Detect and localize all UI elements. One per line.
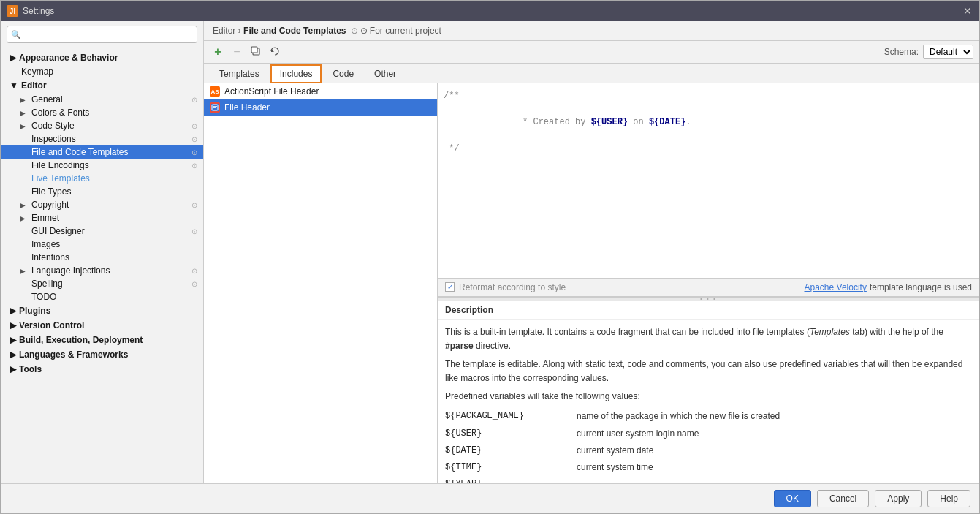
help-button[interactable]: Help — [927, 490, 970, 507]
inspections-badge: ⊙ — [191, 135, 197, 143]
file-header-icon — [210, 102, 220, 113]
code-line-1: /** — [444, 89, 973, 102]
sidebar-item-file-code-templates[interactable]: File and Code Templates ⊙ — [1, 145, 203, 159]
file-code-badge: ⊙ — [191, 148, 197, 156]
sidebar-item-appearance[interactable]: ▶ Appearance & Behavior — [1, 50, 203, 65]
tab-includes[interactable]: Includes — [270, 64, 322, 83]
apache-velocity-link[interactable]: Apache Velocity — [805, 282, 867, 292]
sidebar-item-plugins[interactable]: ▶ Plugins — [1, 303, 203, 318]
copy-icon — [251, 46, 261, 58]
sidebar-item-version-control[interactable]: ▶ Version Control — [1, 318, 203, 333]
spelling-badge: ⊙ — [191, 280, 197, 288]
expand-arrow-copyright: ▶ — [20, 201, 29, 209]
sidebar-item-images[interactable]: Images — [1, 238, 203, 251]
footer: OK Cancel Apply Help — [1, 483, 979, 513]
template-item-actionscript[interactable]: AS ActionScript File Header — [204, 83, 437, 99]
var-desc-user: current user system login name — [577, 427, 699, 441]
var-name-package: ${PACKAGE_NAME} — [445, 409, 562, 423]
sidebar-item-intentions[interactable]: Intentions — [1, 251, 203, 264]
schema-label: Schema: — [884, 47, 919, 57]
expand-arrow-languages: ▶ — [10, 349, 16, 360]
svg-rect-1 — [251, 47, 257, 53]
tab-templates[interactable]: Templates — [210, 64, 269, 83]
code-line-3: */ — [444, 142, 973, 155]
copy-template-button[interactable] — [248, 44, 264, 60]
expand-arrow-lang: ▶ — [20, 267, 29, 275]
breadcrumb: Editor › File and Code Templates — [213, 26, 346, 36]
svg-rect-3 — [212, 105, 218, 110]
toolbar-left: + − — [210, 44, 283, 60]
var-desc-year: ... — [577, 477, 584, 483]
sidebar-item-file-encodings[interactable]: File Encodings ⊙ — [1, 159, 203, 172]
ok-button[interactable]: OK — [774, 490, 811, 507]
description-header: Description — [438, 301, 979, 320]
expand-arrow-code-style: ▶ — [20, 122, 29, 130]
sidebar-item-inspections[interactable]: Inspections ⊙ — [1, 132, 203, 145]
main-content: 🔍 ▶ Appearance & Behavior Keymap ▼ Edito… — [1, 21, 979, 483]
actionscript-icon: AS — [210, 86, 220, 97]
sidebar-item-build[interactable]: ▶ Build, Execution, Deployment — [1, 333, 203, 347]
sidebar-item-language-injections[interactable]: ▶ Language Injections ⊙ — [1, 264, 203, 277]
sidebar-item-colors-fonts[interactable]: ▶ Colors & Fonts — [1, 106, 203, 119]
nav-tree: ▶ Appearance & Behavior Keymap ▼ Editor … — [1, 48, 203, 483]
toolbar-right: Schema: Default — [884, 45, 973, 59]
sidebar-item-file-types[interactable]: File Types — [1, 185, 203, 198]
title-bar: JI Settings ✕ — [1, 1, 979, 21]
expand-arrow-colors: ▶ — [20, 109, 29, 117]
tabs-bar: Templates Includes Code Other — [204, 64, 979, 83]
sidebar-item-spelling[interactable]: Spelling ⊙ — [1, 277, 203, 290]
var-row-year: ${YEAR} ... — [445, 477, 972, 483]
tab-other[interactable]: Other — [365, 64, 406, 83]
sidebar: 🔍 ▶ Appearance & Behavior Keymap ▼ Edito… — [1, 21, 204, 483]
description-content: This is a built-in template. It contains… — [438, 320, 979, 484]
sidebar-item-todo[interactable]: TODO — [1, 290, 203, 303]
description-panel: Description This is a built-in template.… — [438, 301, 979, 484]
templates-list: AS ActionScript File Header — [204, 83, 438, 483]
code-editor[interactable]: /** * Created by ${USER} on ${DATE}. */ — [438, 83, 979, 279]
var-row-date: ${DATE} current system date — [445, 444, 972, 458]
sidebar-item-tools[interactable]: ▶ Tools — [1, 362, 203, 377]
lang-inj-badge: ⊙ — [191, 267, 197, 275]
search-icon: 🔍 — [11, 30, 21, 39]
reset-template-button[interactable] — [267, 44, 283, 60]
expand-arrow-emmet: ▶ — [20, 214, 29, 222]
close-button[interactable]: ✕ — [962, 5, 973, 17]
cancel-button[interactable]: Cancel — [817, 490, 869, 507]
add-template-button[interactable]: + — [210, 44, 226, 60]
sidebar-item-general[interactable]: ▶ General ⊙ — [1, 93, 203, 106]
title-bar-left: JI Settings — [7, 5, 54, 17]
var-name-year: ${YEAR} — [445, 477, 562, 483]
sidebar-item-code-style[interactable]: ▶ Code Style ⊙ — [1, 119, 203, 132]
plus-icon: + — [214, 45, 221, 58]
panel-body: AS ActionScript File Header — [204, 83, 979, 483]
search-input[interactable] — [7, 26, 197, 43]
desc-line-1: This is a built-in template. It contains… — [445, 325, 972, 353]
sidebar-item-editor[interactable]: ▼ Editor — [1, 78, 203, 93]
apply-button[interactable]: Apply — [875, 490, 922, 507]
sidebar-item-copyright[interactable]: ▶ Copyright ⊙ — [1, 198, 203, 211]
var-row-time: ${TIME} current system time — [445, 461, 972, 475]
expand-arrow-vc: ▶ — [10, 320, 16, 330]
sidebar-item-live-templates[interactable]: Live Templates — [1, 172, 203, 185]
sidebar-item-emmet[interactable]: ▶ Emmet — [1, 211, 203, 224]
var-desc-package: name of the package in which the new fil… — [577, 409, 780, 423]
sidebar-item-gui-designer[interactable]: GUI Designer ⊙ — [1, 224, 203, 238]
velocity-info: Apache Velocity template language is use… — [805, 282, 973, 292]
var-table: ${PACKAGE_NAME} name of the package in w… — [445, 409, 972, 483]
template-item-file-header[interactable]: File Header — [204, 99, 437, 116]
var-desc-time: current system time — [577, 461, 653, 475]
desc-line-3: Predefined variables will take the follo… — [445, 390, 972, 404]
remove-template-button[interactable]: − — [229, 44, 245, 60]
sidebar-item-languages[interactable]: ▶ Languages & Frameworks — [1, 347, 203, 362]
project-link[interactable]: ⊙ ⊙ For current project — [351, 26, 441, 36]
reformat-left: Reformat according to style — [445, 282, 566, 292]
code-line-2: * Created by ${USER} on ${DATE}. — [444, 102, 973, 142]
expand-arrow-build: ▶ — [10, 335, 16, 345]
schema-select[interactable]: Default — [923, 45, 973, 59]
panel-header: Editor › File and Code Templates ⊙ ⊙ For… — [204, 21, 979, 41]
expand-arrow-tools: ▶ — [10, 364, 16, 374]
sidebar-item-keymap[interactable]: Keymap — [1, 65, 203, 78]
tab-code[interactable]: Code — [323, 64, 363, 83]
desc-line-2: The template is editable. Along with sta… — [445, 358, 972, 385]
reformat-checkbox[interactable] — [445, 282, 455, 292]
